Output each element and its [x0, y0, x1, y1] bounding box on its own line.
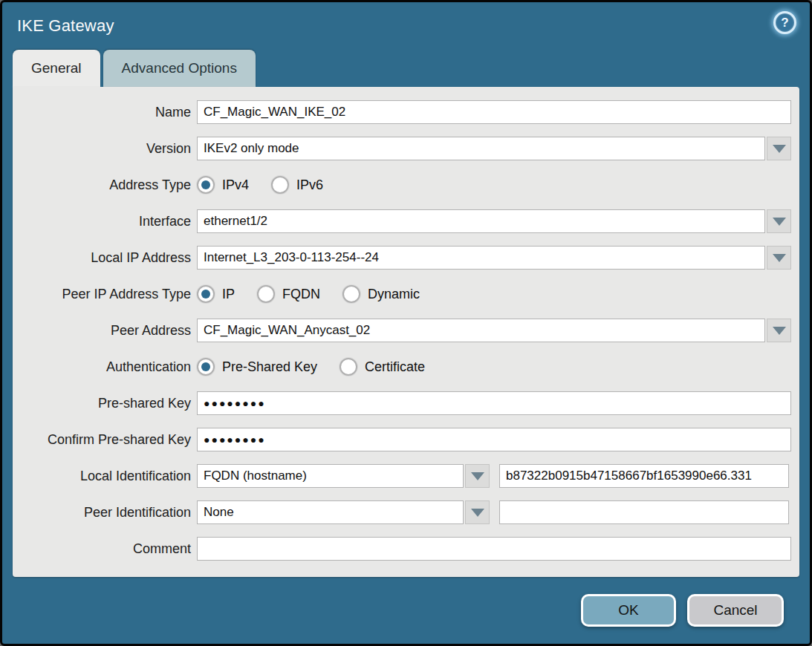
- address-type-ipv6-radio[interactable]: [271, 176, 289, 194]
- peer-ip-type-dynamic-radio[interactable]: [342, 285, 360, 303]
- local-identification-type-input[interactable]: [197, 464, 464, 488]
- dialog-footer: OK Cancel: [2, 577, 810, 644]
- peer-ip-type-fqdn-radio[interactable]: [257, 285, 275, 303]
- tab-general[interactable]: General: [13, 50, 100, 87]
- ike-gateway-dialog: IKE Gateway ? General Advanced Options N…: [0, 0, 812, 646]
- peer-ip-type-ip-label[interactable]: IP: [222, 287, 235, 302]
- tab-bar: General Advanced Options: [2, 50, 810, 87]
- tab-advanced-options[interactable]: Advanced Options: [103, 50, 256, 87]
- name-row: Name: [13, 100, 799, 124]
- peer-address-label: Peer Address: [13, 323, 191, 339]
- help-icon[interactable]: ?: [773, 11, 796, 34]
- peer-identification-row: Peer Identification: [13, 500, 799, 524]
- confirm-pre-shared-key-label: Confirm Pre-shared Key: [13, 432, 191, 448]
- peer-identification-type-input[interactable]: [197, 500, 464, 524]
- peer-ip-type-dynamic-label[interactable]: Dynamic: [368, 287, 420, 302]
- authentication-label: Authentication: [13, 359, 191, 375]
- confirm-pre-shared-key-row: Confirm Pre-shared Key: [13, 428, 799, 451]
- address-type-label: Address Type: [13, 177, 191, 193]
- peer-address-row: Peer Address: [13, 319, 799, 342]
- authentication-certificate-radio[interactable]: [340, 358, 357, 376]
- local-ip-address-dropdown-button[interactable]: [767, 246, 791, 270]
- address-type-ipv4-label[interactable]: IPv4: [222, 177, 249, 193]
- title-bar: IKE Gateway ?: [2, 2, 810, 50]
- peer-identification-value-input[interactable]: [499, 500, 789, 524]
- authentication-psk-radio[interactable]: [197, 358, 215, 376]
- peer-ip-address-type-label: Peer IP Address Type: [13, 287, 191, 302]
- comment-label: Comment: [13, 541, 191, 557]
- pre-shared-key-row: Pre-shared Key: [13, 391, 799, 415]
- local-ip-address-row: Local IP Address: [13, 246, 799, 270]
- local-ip-address-label: Local IP Address: [13, 250, 191, 266]
- local-identification-row: Local Identification: [13, 464, 799, 488]
- authentication-row: Authentication Pre-Shared Key Certificat…: [13, 355, 799, 379]
- name-input[interactable]: [197, 100, 791, 124]
- chevron-down-icon: [773, 254, 786, 262]
- chevron-down-icon: [773, 327, 786, 335]
- peer-identification-dropdown-button[interactable]: [465, 500, 490, 524]
- peer-ip-type-fqdn-label[interactable]: FQDN: [282, 287, 320, 302]
- address-type-row: Address Type IPv4 IPv6: [13, 173, 799, 197]
- version-dropdown-button[interactable]: [767, 137, 791, 160]
- local-ip-address-input[interactable]: [197, 246, 765, 270]
- dialog-title: IKE Gateway: [17, 16, 114, 36]
- ok-button[interactable]: OK: [581, 594, 676, 627]
- local-identification-label: Local Identification: [13, 469, 191, 484]
- peer-identification-label: Peer Identification: [13, 505, 191, 521]
- address-type-ipv6-label[interactable]: IPv6: [296, 177, 323, 193]
- authentication-radio-group: Pre-Shared Key Certificate: [197, 358, 447, 376]
- chevron-down-icon: [471, 472, 484, 480]
- comment-input[interactable]: [197, 537, 791, 561]
- peer-ip-address-type-radio-group: IP FQDN Dynamic: [197, 285, 442, 303]
- interface-label: Interface: [13, 214, 191, 229]
- interface-dropdown-button[interactable]: [767, 209, 791, 233]
- version-input[interactable]: [197, 137, 765, 160]
- local-identification-dropdown-button[interactable]: [465, 464, 490, 488]
- authentication-certificate-label[interactable]: Certificate: [365, 359, 425, 375]
- pre-shared-key-label: Pre-shared Key: [13, 396, 191, 411]
- general-tab-panel: Name Version Address Type IPv4 IPv6 Inte…: [13, 87, 799, 577]
- local-identification-value-input[interactable]: [499, 464, 789, 488]
- help-glyph: ?: [781, 16, 788, 30]
- version-row: Version: [13, 137, 799, 160]
- pre-shared-key-input[interactable]: [197, 391, 791, 415]
- cancel-button[interactable]: Cancel: [687, 594, 784, 627]
- address-type-radio-group: IPv4 IPv6: [197, 176, 345, 194]
- chevron-down-icon: [773, 145, 786, 153]
- peer-ip-type-ip-radio[interactable]: [197, 285, 215, 303]
- authentication-psk-label[interactable]: Pre-Shared Key: [222, 359, 317, 375]
- chevron-down-icon: [773, 218, 786, 226]
- peer-ip-address-type-row: Peer IP Address Type IP FQDN Dynamic: [13, 282, 799, 306]
- confirm-pre-shared-key-input[interactable]: [197, 428, 791, 451]
- peer-address-dropdown-button[interactable]: [767, 319, 791, 342]
- interface-row: Interface: [13, 209, 799, 233]
- interface-input[interactable]: [197, 209, 765, 233]
- version-label: Version: [13, 141, 191, 157]
- address-type-ipv4-radio[interactable]: [197, 176, 215, 194]
- name-label: Name: [13, 105, 191, 120]
- chevron-down-icon: [471, 509, 484, 517]
- peer-address-input[interactable]: [197, 319, 765, 342]
- comment-row: Comment: [13, 537, 799, 561]
